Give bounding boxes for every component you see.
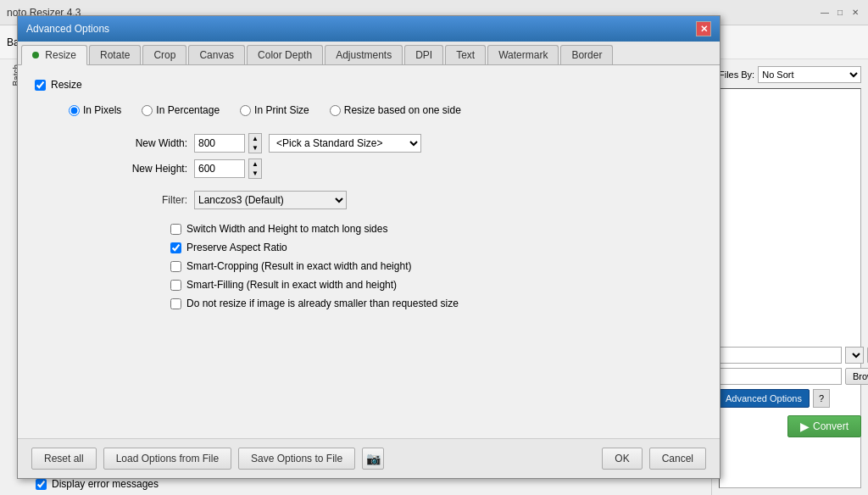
camera-icon: 📷 <box>366 452 381 465</box>
tab-adjustments-label: Adjustments <box>336 49 392 61</box>
tab-color-depth-label: Color Depth <box>258 49 312 61</box>
tab-rotate-label: Rotate <box>100 49 130 61</box>
reset-all-button[interactable]: Reset all <box>31 448 97 470</box>
width-spinner: ▲ ▼ <box>248 133 262 153</box>
tab-crop-label: Crop <box>153 49 175 61</box>
display-errors-row: Display error messages <box>36 478 701 490</box>
resize-active-indicator <box>32 52 39 58</box>
radio-one-side-label: Resize based on one side <box>344 104 461 116</box>
maximize-btn[interactable]: □ <box>834 7 846 19</box>
dialog-tabs: Resize Rotate Crop Canvas Color Depth Ad… <box>18 42 720 65</box>
load-options-button[interactable]: Load Options from File <box>103 448 231 470</box>
radio-in-percentage[interactable]: In Percentage <box>142 104 220 116</box>
radio-in-pixels[interactable]: In Pixels <box>69 104 121 116</box>
height-row: New Height: ▲ ▼ <box>120 159 703 179</box>
no-upscale-label: Do not resize if image is already smalle… <box>186 298 459 309</box>
dimensions-section: New Width: ▲ ▼ <Pick a Standard Size> Ne… <box>35 133 703 179</box>
tab-border-label: Border <box>571 49 602 61</box>
height-increment-btn[interactable]: ▲ <box>249 159 261 169</box>
resize-checkbox-row: Resize <box>35 79 703 91</box>
icon-button[interactable]: 📷 <box>362 448 384 470</box>
radio-percentage-label: In Percentage <box>156 104 220 116</box>
radio-one-side[interactable]: Resize based on one side <box>330 104 461 116</box>
radio-pixels-input[interactable] <box>69 105 80 116</box>
tab-crop[interactable]: Crop <box>142 45 186 64</box>
smart-fill-checkbox[interactable] <box>170 280 181 291</box>
smart-crop-checkbox[interactable] <box>170 261 181 272</box>
width-decrement-btn[interactable]: ▼ <box>249 143 261 153</box>
tab-resize-label: Resize <box>45 49 76 61</box>
sort-row: Files By: No Sort Name Date Size <box>719 66 861 83</box>
preserve-aspect-checkbox[interactable] <box>170 242 181 253</box>
tab-canvas-label: Canvas <box>199 49 234 61</box>
height-input[interactable] <box>194 159 245 178</box>
tab-dpi-label: DPI <box>415 49 432 61</box>
smart-fill-label: Smart-Filling (Result in exact width and… <box>186 279 397 291</box>
tab-resize[interactable]: Resize <box>21 45 87 65</box>
smart-crop-label: Smart-Cropping (Result in exact width an… <box>186 260 411 272</box>
convert-button[interactable]: ▶ Convert <box>787 415 861 437</box>
display-errors-checkbox[interactable] <box>36 479 47 490</box>
advanced-options-button[interactable]: Advanced Options <box>718 389 810 408</box>
resize-checkbox[interactable] <box>35 80 46 91</box>
dialog-close-button[interactable]: ✕ <box>696 21 711 36</box>
tab-border[interactable]: Border <box>560 45 613 64</box>
minimize-btn[interactable]: — <box>819 7 831 19</box>
dialog-titlebar: Advanced Options ✕ <box>18 16 720 42</box>
tab-watermark[interactable]: Watermark <box>487 45 559 64</box>
tab-text-label: Text <box>456 49 475 61</box>
convert-arrow-icon: ▶ <box>800 420 810 433</box>
dialog-content: Resize In Pixels In Percentage In Print … <box>18 65 720 438</box>
height-spinner: ▲ ▼ <box>248 159 262 179</box>
standard-size-select[interactable]: <Pick a Standard Size> <box>269 134 421 153</box>
dialog-title: Advanced Options <box>26 23 109 35</box>
resize-radio-group: In Pixels In Percentage In Print Size Re… <box>35 104 703 116</box>
no-upscale-checkbox[interactable] <box>170 298 181 309</box>
tab-adjustments[interactable]: Adjustments <box>325 45 403 64</box>
preserve-aspect-label: Preserve Aspect Ratio <box>186 242 287 253</box>
bottom-right-actions: Settings Browse Advanced Options ? ▶ Con… <box>711 340 868 444</box>
footer-left-buttons: Reset all Load Options from File Save Op… <box>31 448 384 470</box>
question-button[interactable]: ? <box>813 389 830 408</box>
browse-button[interactable]: Browse <box>845 368 868 385</box>
radio-in-print-size[interactable]: In Print Size <box>240 104 309 116</box>
radio-percentage-input[interactable] <box>142 105 153 116</box>
tab-color-depth[interactable]: Color Depth <box>247 45 323 64</box>
settings-input[interactable] <box>718 347 842 364</box>
filter-label: Filter: <box>153 194 187 206</box>
new-height-label: New Height: <box>120 163 187 175</box>
tab-dpi[interactable]: DPI <box>404 45 443 64</box>
radio-pixels-label: In Pixels <box>83 104 121 116</box>
tab-text[interactable]: Text <box>445 45 486 64</box>
no-upscale-row: Do not resize if image is already smalle… <box>170 298 703 309</box>
files-by-label: Files By: <box>719 70 754 80</box>
sort-select[interactable]: No Sort Name Date Size <box>758 66 861 83</box>
tab-watermark-label: Watermark <box>498 49 548 61</box>
titlebar-buttons: — □ ✕ <box>819 7 861 19</box>
width-input-row: ▲ ▼ <box>194 133 262 153</box>
settings-select[interactable] <box>845 347 864 364</box>
tab-rotate[interactable]: Rotate <box>89 45 141 64</box>
smart-fill-row: Smart-Filling (Result in exact width and… <box>170 279 703 291</box>
advanced-options-dialog: Advanced Options ✕ Resize Rotate Crop Ca… <box>17 15 721 479</box>
cancel-button[interactable]: Cancel <box>649 448 706 470</box>
radio-print-input[interactable] <box>240 105 251 116</box>
width-increment-btn[interactable]: ▲ <box>249 134 261 143</box>
display-errors-label: Display error messages <box>52 478 159 490</box>
filter-select[interactable]: Lanczos3 (Default) Bilinear Bicubic Near… <box>194 191 347 209</box>
save-options-button[interactable]: Save Options to File <box>238 448 355 470</box>
path-input[interactable] <box>718 368 842 385</box>
dialog-footer: Reset all Load Options from File Save Op… <box>18 438 720 478</box>
ok-button[interactable]: OK <box>602 448 642 470</box>
switch-wh-checkbox[interactable] <box>170 224 181 235</box>
preserve-aspect-row: Preserve Aspect Ratio <box>170 242 703 253</box>
height-decrement-btn[interactable]: ▼ <box>249 169 261 178</box>
convert-label: Convert <box>813 420 849 432</box>
footer-right-buttons: OK Cancel <box>602 448 706 470</box>
tab-canvas[interactable]: Canvas <box>188 45 245 64</box>
width-row: New Width: ▲ ▼ <Pick a Standard Size> <box>120 133 703 153</box>
radio-one-side-input[interactable] <box>330 105 341 116</box>
resize-checkbox-label: Resize <box>51 79 82 91</box>
close-btn[interactable]: ✕ <box>849 7 861 19</box>
width-input[interactable] <box>194 134 245 153</box>
